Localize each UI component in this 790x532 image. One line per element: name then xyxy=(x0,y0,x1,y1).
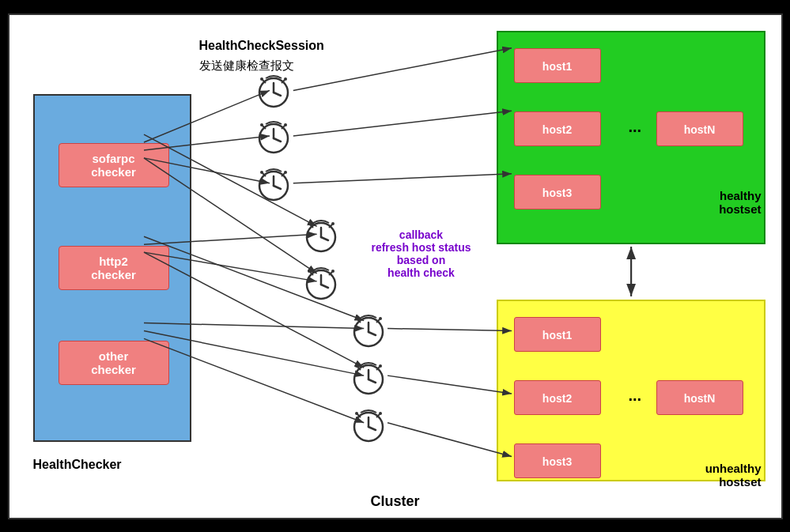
yellow-dots: ··· xyxy=(629,391,642,409)
clock-7 xyxy=(350,359,387,397)
green-host1: host1 xyxy=(514,48,601,83)
svg-point-5 xyxy=(260,77,263,81)
svg-point-12 xyxy=(260,123,263,126)
clock-1 xyxy=(255,72,293,110)
svg-point-13 xyxy=(284,123,287,126)
clock-4 xyxy=(302,217,340,255)
sofarpc-checker: sofarpcchecker xyxy=(59,143,169,187)
clock-5 xyxy=(302,264,340,302)
yellow-hostN: hostN xyxy=(656,380,743,415)
svg-point-6 xyxy=(284,77,287,81)
svg-point-20 xyxy=(284,171,287,174)
clock-3 xyxy=(255,165,293,203)
svg-point-26 xyxy=(308,222,311,225)
cluster-label: Cluster xyxy=(370,493,419,510)
svg-point-33 xyxy=(308,270,311,273)
svg-point-54 xyxy=(355,412,358,415)
other-checker: otherchecker xyxy=(59,341,169,385)
green-host2: host2 xyxy=(514,111,601,146)
svg-line-73 xyxy=(387,375,512,394)
clock-2 xyxy=(255,118,293,156)
svg-point-34 xyxy=(331,270,335,273)
green-hostset-label: healthyhostset xyxy=(719,189,761,216)
yellow-hostset-label: unhealthyhostset xyxy=(705,462,762,489)
diagram-container: sofarpcchecker http2checker otherchecker… xyxy=(8,13,783,519)
clock-8 xyxy=(350,406,387,444)
session-title: HealthCheckSession xyxy=(199,39,324,53)
svg-line-74 xyxy=(387,422,512,456)
svg-line-71 xyxy=(293,173,511,183)
yellow-host2: host2 xyxy=(514,380,601,415)
svg-point-41 xyxy=(379,317,382,320)
yellow-hostset: host1 host2 host3 hostN ··· xyxy=(497,300,765,481)
health-checker-box: sofarpcchecker http2checker otherchecker xyxy=(33,94,191,442)
yellow-host3: host3 xyxy=(514,443,601,478)
svg-line-69 xyxy=(293,47,511,90)
svg-point-48 xyxy=(379,364,382,368)
svg-point-47 xyxy=(355,364,358,368)
svg-line-70 xyxy=(293,111,511,136)
svg-line-72 xyxy=(387,328,512,330)
green-host3: host3 xyxy=(514,175,601,209)
clock-6 xyxy=(350,311,387,349)
yellow-host1: host1 xyxy=(514,317,601,352)
health-checker-label: HealthChecker xyxy=(33,458,122,472)
svg-point-19 xyxy=(260,171,263,174)
svg-point-40 xyxy=(355,317,358,320)
green-hostN: hostN xyxy=(656,111,743,146)
svg-point-55 xyxy=(379,412,382,415)
svg-point-27 xyxy=(331,222,335,225)
green-dots: ··· xyxy=(629,122,642,140)
http2-checker: http2checker xyxy=(59,246,169,290)
callback-label: callbackrefresh host statusbased onhealt… xyxy=(354,228,489,279)
